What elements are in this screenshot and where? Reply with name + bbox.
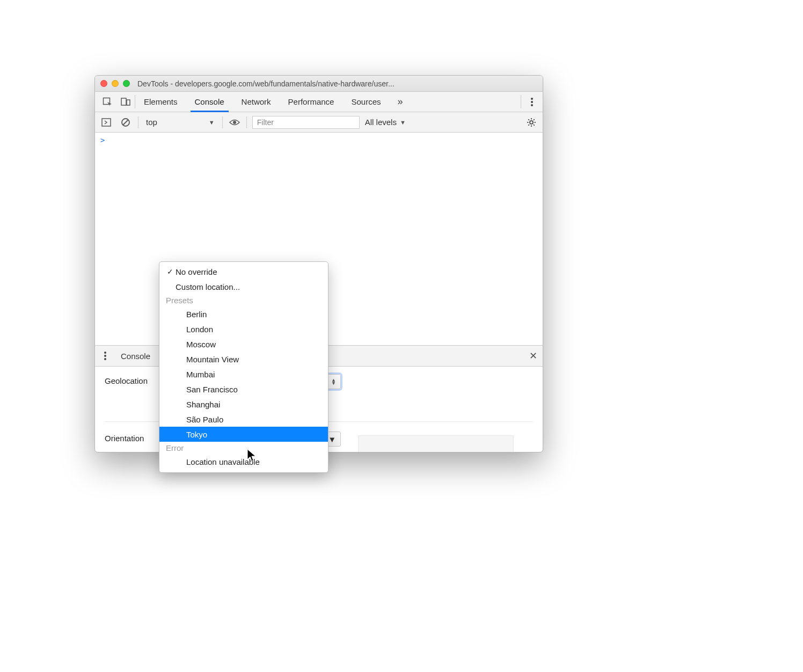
clear-console-icon[interactable] bbox=[119, 118, 133, 127]
geolocation-label: Geolocation bbox=[105, 374, 164, 385]
dropdown-item-label: No override bbox=[176, 267, 217, 276]
tab-performance[interactable]: Performance bbox=[280, 92, 343, 112]
dropdown-item-label: Custom location... bbox=[176, 282, 240, 291]
show-console-sidebar-icon[interactable] bbox=[99, 118, 113, 127]
dropdown-item-label: London bbox=[186, 325, 213, 334]
dropdown-item-no-override[interactable]: ✓ No override bbox=[159, 264, 328, 279]
orientation-label: Orientation bbox=[105, 432, 164, 443]
tab-console[interactable]: Console bbox=[186, 92, 233, 112]
dropdown-group-error: Error bbox=[159, 442, 328, 454]
dropdown-item-label: San Francisco bbox=[186, 385, 238, 394]
dropdown-item-shanghai[interactable]: Shanghai bbox=[159, 397, 328, 412]
inspect-element-icon[interactable] bbox=[98, 92, 116, 112]
console-prompt: > bbox=[100, 136, 105, 144]
titlebar[interactable]: DevTools - developers.google.com/web/fun… bbox=[95, 76, 543, 92]
levels-label: All levels bbox=[365, 118, 397, 127]
tabs-overflow[interactable]: » bbox=[390, 92, 411, 112]
tab-label: Console bbox=[195, 97, 224, 106]
svg-line-18 bbox=[534, 119, 535, 120]
dropdown-triangle-icon: ▼ bbox=[209, 119, 215, 126]
svg-point-19 bbox=[104, 352, 106, 354]
orientation-preview bbox=[358, 435, 514, 452]
svg-line-15 bbox=[528, 119, 529, 120]
tab-sources[interactable]: Sources bbox=[342, 92, 389, 112]
dropdown-item-mountain-view[interactable]: Mountain View bbox=[159, 352, 328, 367]
window-controls bbox=[100, 80, 130, 87]
live-expression-icon[interactable] bbox=[228, 119, 241, 126]
geolocation-dropdown: ✓ No override Custom location... Presets… bbox=[159, 261, 328, 473]
console-settings-icon[interactable] bbox=[524, 118, 538, 127]
dropdown-item-label: Mountain View bbox=[186, 355, 239, 364]
svg-line-16 bbox=[534, 125, 535, 126]
overflow-label: » bbox=[397, 96, 403, 107]
svg-line-17 bbox=[528, 125, 529, 126]
svg-point-20 bbox=[104, 355, 106, 357]
dropdown-item-label: Tokyo bbox=[186, 430, 207, 439]
svg-point-10 bbox=[530, 121, 533, 124]
svg-point-5 bbox=[531, 104, 533, 106]
svg-rect-2 bbox=[127, 100, 130, 105]
close-window-button[interactable] bbox=[100, 80, 107, 87]
window-title: DevTools - developers.google.com/web/fun… bbox=[137, 79, 537, 88]
tab-network[interactable]: Network bbox=[233, 92, 280, 112]
dropdown-group-presets: Presets bbox=[159, 294, 328, 306]
dropdown-item-london[interactable]: London bbox=[159, 322, 328, 337]
tab-elements[interactable]: Elements bbox=[135, 92, 186, 112]
svg-point-3 bbox=[531, 98, 533, 100]
dropdown-item-label: São Paulo bbox=[186, 415, 223, 424]
drawer-tab-label: Console bbox=[121, 352, 150, 361]
zoom-window-button[interactable] bbox=[123, 80, 130, 87]
dropdown-item-moscow[interactable]: Moscow bbox=[159, 337, 328, 352]
drawer-tab-console[interactable]: Console bbox=[113, 346, 158, 366]
dropdown-item-location-unavailable[interactable]: Location unavailable bbox=[159, 454, 328, 469]
console-toolbar: top ▼ All levels ▼ bbox=[95, 112, 543, 133]
tab-label: Performance bbox=[288, 97, 334, 106]
check-icon: ✓ bbox=[165, 267, 176, 276]
dropdown-item-custom-location[interactable]: Custom location... bbox=[159, 279, 328, 294]
context-selector[interactable]: top ▼ bbox=[144, 118, 217, 127]
dropdown-item-sao-paulo[interactable]: São Paulo bbox=[159, 412, 328, 427]
drawer-kebab-icon[interactable] bbox=[97, 346, 113, 366]
kebab-menu-icon[interactable] bbox=[521, 92, 543, 112]
svg-line-8 bbox=[123, 120, 128, 125]
main-tabbar: Elements Console Network Performance Sou… bbox=[95, 92, 543, 112]
dropdown-item-label: Berlin bbox=[186, 310, 207, 319]
close-drawer-icon[interactable]: ✕ bbox=[523, 346, 543, 366]
separator bbox=[246, 116, 247, 128]
log-levels-selector[interactable]: All levels ▼ bbox=[365, 118, 406, 127]
select-caret-icon: ▲▼ bbox=[331, 378, 336, 385]
separator bbox=[138, 116, 138, 128]
svg-rect-1 bbox=[121, 98, 126, 105]
tab-label: Sources bbox=[351, 97, 381, 106]
dropdown-triangle-icon: ▼ bbox=[400, 119, 406, 126]
svg-point-4 bbox=[531, 101, 533, 103]
dropdown-item-label: Shanghai bbox=[186, 400, 220, 409]
dropdown-item-label: Moscow bbox=[186, 340, 216, 349]
dropdown-item-tokyo[interactable]: Tokyo bbox=[159, 427, 328, 442]
device-toolbar-icon[interactable] bbox=[116, 92, 135, 112]
dropdown-item-label: Location unavailable bbox=[186, 457, 260, 466]
filter-input[interactable] bbox=[252, 116, 360, 129]
dropdown-item-label: Mumbai bbox=[186, 370, 215, 379]
svg-point-9 bbox=[233, 121, 236, 124]
tab-label: Elements bbox=[144, 97, 178, 106]
dropdown-item-san-francisco[interactable]: San Francisco bbox=[159, 382, 328, 397]
svg-point-21 bbox=[104, 358, 106, 360]
minimize-window-button[interactable] bbox=[112, 80, 119, 87]
dropdown-item-berlin[interactable]: Berlin bbox=[159, 306, 328, 322]
dropdown-item-mumbai[interactable]: Mumbai bbox=[159, 367, 328, 382]
separator bbox=[222, 116, 223, 128]
context-label: top bbox=[146, 118, 157, 127]
tab-label: Network bbox=[242, 97, 271, 106]
